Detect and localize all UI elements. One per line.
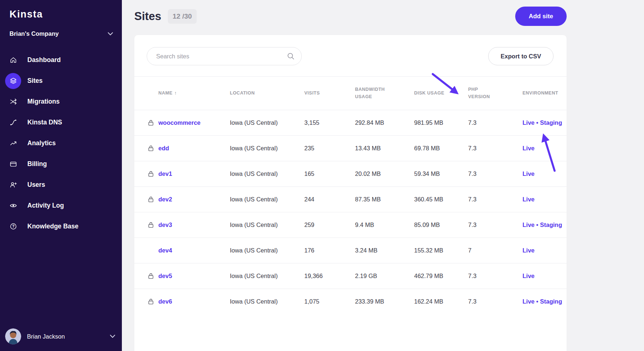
table-row[interactable]: dev4Iowa (US Central)1763.24 MB155.32 MB… [134, 238, 567, 263]
environment-link-live[interactable]: Live [522, 196, 535, 202]
site-name-link[interactable]: dev4 [158, 247, 172, 254]
column-header-location[interactable]: LOCATION [230, 90, 304, 97]
main-area: Sites 12 /30 Add site Export to CSV NAME… [122, 0, 644, 351]
environment-link-live[interactable]: Live [522, 247, 535, 254]
sites-card: Export to CSV NAME↑LOCATIONVISITSBANDWID… [134, 35, 567, 351]
table-row[interactable]: dev1Iowa (US Central)16520.02 MB59.34 MB… [134, 161, 567, 186]
site-environments: Live • Staging [522, 221, 567, 228]
table-row[interactable]: dev2Iowa (US Central)24487.35 MB360.45 M… [134, 186, 567, 212]
user-menu[interactable]: Brian Jackson [5, 328, 115, 344]
lock-icon [134, 145, 158, 151]
column-header-environment[interactable]: ENVIRONMENT [522, 90, 567, 97]
sites-toolbar: Export to CSV [134, 35, 567, 77]
page-header: Sites 12 /30 Add site [134, 7, 567, 26]
environment-link-live[interactable]: Live [522, 145, 535, 151]
table-header: NAME↑LOCATIONVISITSBANDWIDTH USAGEDISK U… [134, 77, 567, 110]
site-name-link[interactable]: dev1 [158, 170, 172, 177]
site-environments: Live [522, 273, 567, 279]
site-disk-usage: 85.09 MB [414, 221, 468, 228]
site-name-link[interactable]: dev6 [158, 298, 172, 305]
site-bandwidth: 9.4 MB [355, 221, 414, 228]
table-row[interactable]: woocommerceIowa (US Central)3,155292.84 … [134, 110, 567, 135]
column-header-disk-usage[interactable]: DISK USAGE [414, 90, 468, 97]
search-icon [287, 53, 294, 61]
migrations-icon [5, 94, 21, 110]
environment-link-staging[interactable]: Staging [540, 221, 562, 228]
site-name-link[interactable]: dev5 [158, 273, 172, 279]
sidebar-item-billing[interactable]: Billing [0, 154, 122, 174]
site-environments: Live [522, 196, 567, 203]
site-bandwidth: 20.02 MB [355, 170, 414, 177]
sidebar-item-label: Sites [27, 77, 43, 85]
sidebar-item-label: Users [27, 181, 45, 189]
lock-icon [134, 171, 158, 177]
search-input[interactable] [147, 47, 302, 65]
site-disk-usage: 59.34 MB [414, 170, 468, 177]
column-header-php-version[interactable]: PHP VERSION [468, 86, 522, 100]
user-name: Brian Jackson [27, 333, 110, 340]
site-php-version: 7.3 [468, 119, 522, 126]
table-row[interactable]: dev5Iowa (US Central)19,3662.19 GB462.79… [134, 263, 567, 289]
site-name-link[interactable]: woocommerce [158, 119, 201, 126]
site-bandwidth: 13.43 MB [355, 145, 414, 152]
site-environments: Live [522, 247, 567, 254]
column-header-visits[interactable]: VISITS [304, 90, 355, 97]
company-name: Brian's Company [9, 30, 59, 37]
page-title: Sites [134, 10, 161, 23]
site-disk-usage: 462.79 MB [414, 273, 468, 279]
site-bandwidth: 2.19 GB [355, 273, 414, 279]
sidebar-item-knowledge-base[interactable]: ?Knowledge Base [0, 216, 122, 237]
site-visits: 235 [304, 145, 355, 152]
environment-link-staging[interactable]: Staging [540, 119, 562, 126]
environment-link-live[interactable]: Live [522, 119, 535, 126]
site-php-version: 7.3 [468, 298, 522, 305]
environment-link-live[interactable]: Live [522, 170, 535, 177]
site-php-version: 7.3 [468, 273, 522, 279]
sidebar-item-kinsta-dns[interactable]: Kinsta DNS [0, 112, 122, 133]
site-bandwidth: 233.39 MB [355, 298, 414, 305]
column-header-bandwidth-usage[interactable]: BANDWIDTH USAGE [355, 86, 414, 100]
site-location: Iowa (US Central) [230, 119, 304, 126]
sidebar-item-users[interactable]: Users [0, 174, 122, 195]
sidebar-item-sites[interactable]: Sites [0, 70, 122, 91]
environment-link-live[interactable]: Live [522, 273, 535, 279]
company-switcher[interactable]: Brian's Company [9, 30, 113, 37]
sites-table: woocommerceIowa (US Central)3,155292.84 … [134, 110, 567, 314]
site-name: dev4 [158, 247, 230, 254]
export-csv-button[interactable]: Export to CSV [488, 47, 554, 65]
sidebar-item-label: Knowledge Base [27, 223, 78, 230]
sidebar-item-label: Activity Log [27, 202, 64, 209]
sidebar-item-label: Dashboard [27, 56, 61, 64]
site-php-version: 7 [468, 247, 522, 254]
site-name-link[interactable]: dev3 [158, 221, 172, 228]
site-environments: Live • Staging [522, 119, 567, 126]
lock-icon [134, 222, 158, 228]
chevron-down-icon [110, 333, 115, 340]
site-name: woocommerce [158, 119, 230, 126]
environment-link-live[interactable]: Live [522, 221, 535, 228]
sidebar-item-activity-log[interactable]: Activity Log [0, 195, 122, 216]
sidebar-item-migrations[interactable]: Migrations [0, 91, 122, 112]
site-name-link[interactable]: dev2 [158, 196, 172, 202]
sidebar-item-analytics[interactable]: Analytics [0, 133, 122, 154]
site-name: dev5 [158, 273, 230, 279]
site-bandwidth: 292.84 MB [355, 119, 414, 126]
env-separator: • [535, 221, 540, 228]
knowledge-icon: ? [5, 219, 21, 235]
site-visits: 259 [304, 221, 355, 228]
site-name-link[interactable]: edd [158, 145, 169, 151]
column-header-name[interactable]: NAME↑ [158, 90, 230, 97]
table-row[interactable]: dev6Iowa (US Central)1,075233.39 MB162.2… [134, 289, 567, 314]
table-row[interactable]: eddIowa (US Central)23513.43 MB69.78 MB7… [134, 135, 567, 161]
site-php-version: 7.3 [468, 145, 522, 152]
sidebar-item-dashboard[interactable]: Dashboard [0, 50, 122, 70]
sidebar-item-label: Analytics [27, 139, 56, 147]
site-disk-usage: 981.95 MB [414, 119, 468, 126]
environment-link-staging[interactable]: Staging [540, 298, 562, 305]
users-icon [5, 177, 21, 193]
add-site-button[interactable]: Add site [515, 7, 567, 26]
site-location: Iowa (US Central) [230, 196, 304, 203]
table-row[interactable]: dev3Iowa (US Central)2599.4 MB85.09 MB7.… [134, 212, 567, 238]
search-sites [147, 47, 302, 65]
environment-link-live[interactable]: Live [522, 298, 535, 305]
